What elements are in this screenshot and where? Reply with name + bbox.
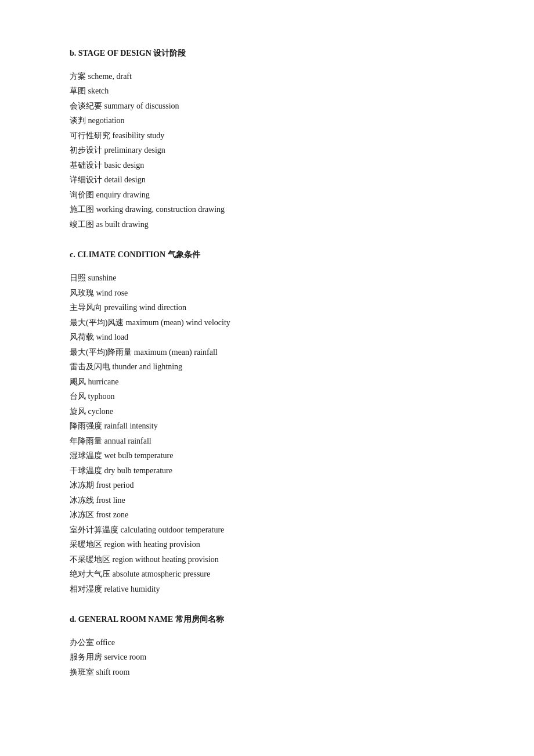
list-item: 初步设计 preliminary design — [70, 143, 464, 158]
list-item: 方案 scheme, draft — [70, 70, 464, 84]
term-list-climate-condition: 日照 sunshine风玫瑰 wind rose主导风向 prevailing … — [70, 271, 464, 596]
list-item: 竣工图 as built drawing — [70, 218, 464, 232]
list-item: 服务用房 service room — [70, 650, 464, 665]
list-item: 草图 sketch — [70, 84, 464, 99]
list-item: 不采暖地区 region without heating provision — [70, 553, 464, 567]
list-item: 办公室 office — [70, 636, 464, 650]
list-item: 冰冻期 frost period — [70, 478, 464, 493]
list-item: 绝对大气压 absolute atmospheric pressure — [70, 567, 464, 582]
list-item: 施工图 working drawing, construction drawin… — [70, 203, 464, 217]
list-item: 飓风 hurricane — [70, 375, 464, 390]
term-list-general-room-name: 办公室 office服务用房 service room换班室 shift roo… — [70, 636, 464, 680]
list-item: 相对湿度 relative humidity — [70, 582, 464, 597]
section-title-stage-of-design: b. STAGE OF DESIGN 设计阶段 — [70, 46, 464, 60]
list-item: 换班室 shift room — [70, 665, 464, 680]
list-item: 冰冻线 frost line — [70, 494, 464, 508]
section-climate-condition: c. CLIMATE CONDITION 气象条件日照 sunshine风玫瑰 … — [70, 248, 464, 596]
list-item: 风荷载 wind load — [70, 330, 464, 345]
list-item: 谈判 negotiation — [70, 114, 464, 128]
list-item: 室外计算温度 calculating outdoor temperature — [70, 523, 464, 538]
list-item: 湿球温度 wet bulb temperature — [70, 449, 464, 463]
list-item: 详细设计 detail design — [70, 173, 464, 188]
list-item: 基础设计 basic design — [70, 159, 464, 173]
list-item: 日照 sunshine — [70, 271, 464, 286]
list-item: 旋风 cyclone — [70, 405, 464, 419]
list-item: 降雨强度 rainfall intensity — [70, 419, 464, 434]
list-item: 询价图 enquiry drawing — [70, 188, 464, 203]
list-item: 会谈纪要 summary of discussion — [70, 99, 464, 114]
term-list-stage-of-design: 方案 scheme, draft草图 sketch会谈纪要 summary of… — [70, 70, 464, 232]
list-item: 年降雨量 annual rainfall — [70, 434, 464, 449]
list-item: 可行性研究 feasibility study — [70, 129, 464, 143]
list-item: 台风 typhoon — [70, 390, 464, 404]
list-item: 雷击及闪电 thunder and lightning — [70, 360, 464, 375]
list-item: 风玫瑰 wind rose — [70, 286, 464, 301]
list-item: 最大(平均)降雨量 maximum (mean) rainfall — [70, 345, 464, 360]
section-title-general-room-name: d. GENERAL ROOM NAME 常用房间名称 — [70, 613, 464, 627]
list-item: 最大(平均)风速 maximum (mean) wind velocity — [70, 316, 464, 330]
section-title-climate-condition: c. CLIMATE CONDITION 气象条件 — [70, 248, 464, 262]
list-item: 采暖地区 region with heating provision — [70, 538, 464, 552]
section-general-room-name: d. GENERAL ROOM NAME 常用房间名称办公室 office服务用… — [70, 613, 464, 679]
section-stage-of-design: b. STAGE OF DESIGN 设计阶段方案 scheme, draft草… — [70, 46, 464, 232]
list-item: 干球温度 dry bulb temperature — [70, 464, 464, 478]
list-item: 冰冻区 frost zone — [70, 508, 464, 523]
page-content: b. STAGE OF DESIGN 设计阶段方案 scheme, draft草… — [70, 46, 464, 679]
list-item: 主导风向 prevailing wind direction — [70, 301, 464, 315]
